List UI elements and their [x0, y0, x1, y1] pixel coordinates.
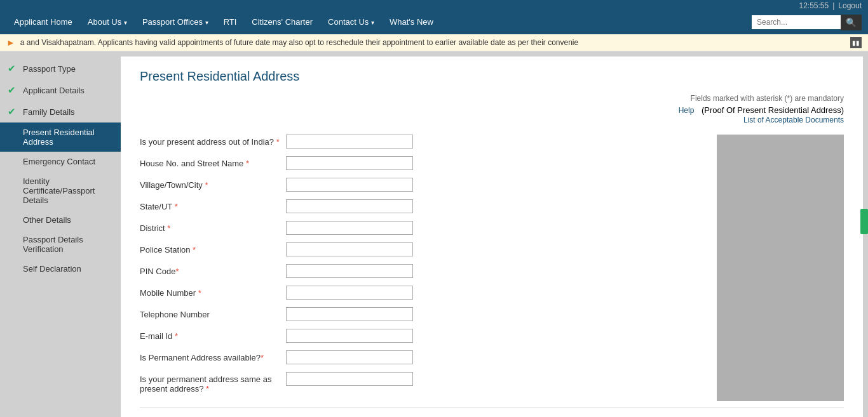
form-row-village-city: Village/Town/City * [140, 178, 704, 192]
search-input[interactable] [752, 15, 841, 29]
label-state-ut: State/UT * [140, 199, 286, 211]
input-village-city [286, 178, 704, 192]
nav-about-us[interactable]: About Us ▾ [80, 10, 135, 35]
sidebar: ✔ Passport Type ✔ Applicant Details ✔ Fa… [0, 51, 121, 417]
family-details-check-icon: ✔ [8, 106, 19, 117]
sidebar-item-passport-type[interactable]: ✔ Passport Type [0, 58, 121, 79]
passport-offices-dropdown-arrow: ▾ [205, 19, 208, 26]
form-row-permanent-same: Is your permanent address same as presen… [140, 372, 704, 394]
label-out-of-india: Is your present address out of India? * [140, 135, 286, 147]
form-row-out-of-india: Is your present address out of India? * [140, 135, 704, 149]
form-row-state-ut: State/UT * [140, 199, 704, 213]
form-row-email: E-mail Id * [140, 329, 704, 343]
sidebar-label-passport-verification: Passport Details Verification [23, 235, 113, 254]
label-mobile: Mobile Number * [140, 286, 286, 298]
acceptable-docs-link[interactable]: List of Acceptable Documents [743, 116, 844, 124]
input-pin-code [286, 264, 704, 278]
form-fields: Is your present address out of India? * … [140, 135, 704, 401]
field-house-street[interactable] [286, 156, 413, 170]
nav-applicant-home[interactable]: Applicant Home [6, 10, 80, 34]
sidebar-item-other-details[interactable]: Other Details [0, 210, 121, 230]
input-email [286, 329, 704, 343]
mandatory-note: Fields marked with asterisk (*) are mand… [140, 94, 844, 103]
field-pin-code[interactable] [286, 264, 413, 278]
field-village-city[interactable] [286, 178, 413, 192]
input-telephone [286, 307, 704, 321]
news-ticker: ► a and Visakhapatnam. Applicants having… [0, 34, 868, 51]
sidebar-label-applicant-details: Applicant Details [23, 86, 85, 95]
nav-citizens-charter[interactable]: Citizens' Charter [244, 10, 320, 34]
sidebar-label-self-declaration: Self Declaration [23, 264, 81, 274]
sidebar-label-emergency-contact: Emergency Contact [23, 157, 95, 166]
input-house-street [286, 156, 704, 170]
help-link[interactable]: Help [679, 106, 695, 115]
sidebar-item-self-declaration[interactable]: Self Declaration [0, 259, 121, 279]
input-state-ut [286, 199, 704, 213]
form-row-permanent-available: Is Permanent Address available?* [140, 350, 704, 364]
right-panel-blurred [717, 135, 844, 401]
label-permanent-same: Is your permanent address same as presen… [140, 372, 286, 394]
field-permanent-available[interactable] [286, 350, 413, 364]
sidebar-label-present-address: Present Residential Address [23, 128, 113, 147]
sidebar-item-family-details[interactable]: ✔ Family Details [0, 101, 121, 122]
applicant-details-check-icon: ✔ [8, 84, 19, 96]
input-district [286, 221, 704, 235]
field-district[interactable] [286, 221, 413, 235]
ticker-arrow-icon: ► [6, 37, 15, 48]
label-police-station: Police Station * [140, 242, 286, 255]
sidebar-label-passport-type: Passport Type [23, 64, 76, 74]
nav-rti[interactable]: RTI [216, 10, 245, 34]
form-row-police-station: Police Station * [140, 242, 704, 256]
field-mobile[interactable] [286, 286, 413, 300]
ticker-text: a and Visakhapatnam. Applicants having v… [20, 38, 578, 47]
content-divider [140, 407, 844, 408]
form-row-pin-code: PIN Code* [140, 264, 704, 278]
sidebar-item-identity-certificate[interactable]: Identity Certificate/Passport Details [0, 171, 121, 210]
form-row-mobile: Mobile Number * [140, 286, 704, 300]
nav-passport-offices[interactable]: Passport Offices ▾ [135, 10, 216, 35]
field-email[interactable] [286, 329, 413, 343]
form-section: Is your present address out of India? * … [140, 135, 844, 401]
form-row-telephone: Telephone Number [140, 307, 704, 321]
label-pin-code: PIN Code* [140, 264, 286, 276]
scrollbar-indicator[interactable] [860, 209, 868, 234]
content-area: Present Residential Address Fields marke… [121, 56, 863, 417]
page-title: Present Residential Address [140, 69, 844, 84]
search-area: 🔍 [752, 15, 862, 30]
label-permanent-available: Is Permanent Address available?* [140, 350, 286, 362]
main-navbar: Applicant Home About Us ▾ Passport Offic… [0, 10, 868, 34]
logout-link[interactable]: Logout [838, 1, 862, 10]
field-out-of-india[interactable] [286, 135, 413, 149]
sidebar-item-present-address[interactable]: Present Residential Address [0, 122, 121, 152]
field-telephone[interactable] [286, 307, 413, 321]
sidebar-item-passport-verification[interactable]: Passport Details Verification [0, 230, 121, 259]
passport-type-check-icon: ✔ [8, 63, 19, 74]
label-village-city: Village/Town/City * [140, 178, 286, 190]
help-subtitle: (Proof Of Present Residential Address) [702, 105, 844, 115]
sidebar-item-applicant-details[interactable]: ✔ Applicant Details [0, 79, 121, 101]
search-button[interactable]: 🔍 [841, 15, 862, 30]
label-district: District * [140, 221, 286, 233]
input-mobile [286, 286, 704, 300]
field-police-station[interactable] [286, 242, 413, 256]
about-us-dropdown-arrow: ▾ [124, 19, 127, 26]
field-permanent-same[interactable] [286, 372, 413, 386]
form-row-district: District * [140, 221, 704, 235]
input-out-of-india [286, 135, 704, 149]
label-email: E-mail Id * [140, 329, 286, 341]
timestamp: 12:55:55 [799, 1, 829, 10]
form-row-house-street: House No. and Street Name * [140, 156, 704, 170]
nav-contact-us[interactable]: Contact Us ▾ [320, 10, 382, 35]
label-house-street: House No. and Street Name * [140, 156, 286, 168]
field-state-ut[interactable] [286, 199, 413, 213]
input-police-station [286, 242, 704, 256]
nav-whats-new[interactable]: What's New [382, 10, 441, 34]
ticker-pause-button[interactable]: ▮▮ [850, 37, 862, 48]
sidebar-item-emergency-contact[interactable]: Emergency Contact [0, 152, 121, 171]
sidebar-label-other-details: Other Details [23, 215, 71, 225]
contact-us-dropdown-arrow: ▾ [371, 19, 374, 26]
sidebar-label-identity-certificate: Identity Certificate/Passport Details [23, 176, 113, 205]
label-telephone: Telephone Number [140, 307, 286, 319]
help-links-area: Help (Proof Of Present Residential Addre… [140, 105, 844, 124]
input-permanent-available [286, 350, 704, 364]
